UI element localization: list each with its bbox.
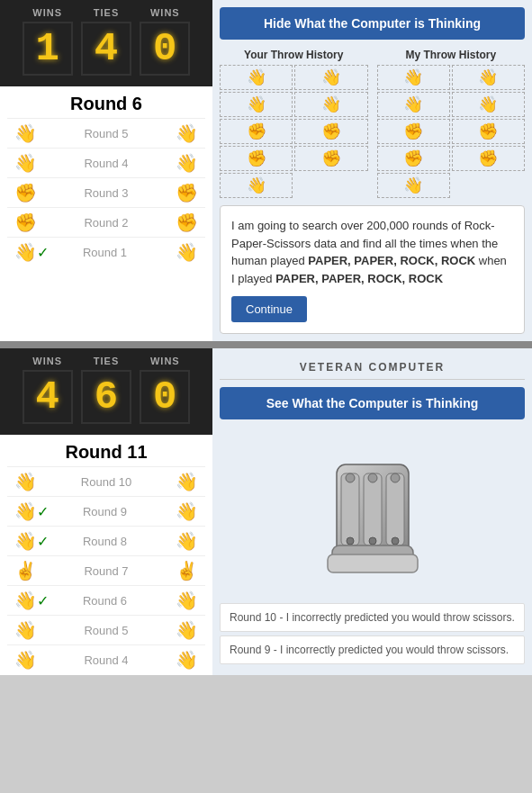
right-throw-icon: 👋: [176, 530, 198, 552]
round-row: 👋 Round 10 👋: [7, 466, 205, 496]
ties-block: TIES 4: [77, 7, 135, 79]
my-throw-2: 👋: [452, 65, 525, 90]
round-row: 👋 ✓ Round 8 👋: [7, 526, 205, 555]
my-throw-4: 👋: [452, 92, 525, 117]
prediction-item-1: Round 10 - I incorrectly predicted you w…: [220, 603, 525, 632]
left-win-check: ✓: [37, 503, 49, 520]
your-throw-6: ✊: [294, 119, 367, 144]
panel-separator: [0, 341, 532, 348]
top-scoreboard: WINS 1 TIES 4 WINS 0: [0, 0, 212, 86]
bottom-computer-wins-block: WINS 0: [136, 356, 194, 428]
left-win-check: ✓: [37, 592, 49, 609]
left-throw-icon: 👋: [14, 649, 37, 671]
svg-point-4: [346, 473, 355, 482]
round-label: Round 2: [51, 216, 161, 230]
my-throw-history-grid: 👋 👋 👋 👋 ✊ ✊ ✊ ✊ 👋: [377, 65, 526, 198]
my-throw-history-title: My Throw History: [377, 49, 526, 61]
prediction-item-2: Round 9 - I incorrectly predicted you wo…: [220, 635, 525, 664]
bottom-ties-label: TIES: [77, 356, 135, 366]
svg-rect-3: [386, 473, 404, 545]
right-throw-icon: ✊: [176, 212, 198, 233]
round-label: Round 3: [51, 186, 161, 200]
left-throw-icon: 👋: [14, 471, 37, 492]
svg-rect-2: [364, 473, 382, 545]
your-throw-history-title: Your Throw History: [220, 49, 368, 61]
left-throw-icon: 👋: [14, 152, 37, 174]
round-label: Round 5: [51, 127, 161, 140]
continue-button[interactable]: Continue: [231, 296, 307, 322]
your-throw-4: 👋: [294, 92, 367, 117]
top-right-section: Hide What the Computer is Thinking Your …: [212, 0, 532, 341]
round-label: Round 9: [49, 505, 161, 518]
bottom-left-section: WINS 4 TIES 6 WINS 0 Round 11 👋: [0, 348, 212, 675]
top-panel: WINS 1 TIES 4 WINS 0 Round 6 👋: [0, 0, 532, 341]
left-throw-icon: 👋: [14, 122, 37, 144]
bottom-ties-digit: 6: [81, 370, 131, 424]
my-throw-8: ✊: [452, 146, 525, 171]
your-throw-history-col: Your Throw History 👋 👋 👋 👋 ✊ ✊ ✊ ✊ 👋: [220, 49, 368, 198]
round-label: Round 10: [51, 475, 161, 489]
player-wins-digit: 1: [23, 22, 73, 76]
bottom-computer-wins-label: WINS: [136, 356, 194, 366]
bottom-ties-block: TIES 6: [77, 356, 135, 428]
top-left-section: WINS 1 TIES 4 WINS 0 Round 6 👋: [0, 0, 212, 341]
my-throw-1: 👋: [377, 65, 450, 90]
throw-history-container: Your Throw History 👋 👋 👋 👋 ✊ ✊ ✊ ✊ 👋 My …: [220, 49, 525, 198]
thinking-played: PAPER, PAPER, ROCK, ROCK: [275, 272, 443, 285]
ties-digit: 4: [81, 22, 131, 76]
bottom-panel: WINS 4 TIES 6 WINS 0 Round 11 👋: [0, 348, 532, 675]
my-throw-3: 👋: [377, 92, 450, 117]
left-throw-icon: 👋: [14, 619, 37, 641]
top-round-list: 👋 Round 5 👋 👋 Round 4 👋 ✊ Round 3 ✊ ✊ Ro…: [0, 118, 212, 266]
round-row: ✌ Round 7 ✌: [7, 555, 205, 585]
svg-point-9: [392, 537, 399, 545]
right-throw-icon: 👋: [176, 471, 198, 492]
your-throw-9: 👋: [220, 173, 293, 198]
my-throw-5: ✊: [377, 119, 450, 144]
your-throw-7: ✊: [220, 146, 293, 171]
round-row: 👋 Round 5 👋: [7, 615, 205, 644]
round-row: 👋 Round 5 👋: [7, 118, 205, 148]
right-throw-icon: ✊: [176, 182, 198, 203]
bottom-round-list: 👋 Round 10 👋 👋 ✓ Round 9 👋 👋 ✓ Round 8 👋…: [0, 466, 212, 674]
right-throw-icon: ✌: [176, 560, 198, 581]
round-label: Round 7: [51, 564, 161, 578]
right-throw-icon: 👋: [176, 152, 198, 174]
your-throw-history-grid: 👋 👋 👋 👋 ✊ ✊ ✊ ✊ 👋: [220, 65, 368, 198]
my-throw-9: 👋: [377, 173, 450, 198]
see-thinking-button[interactable]: See What the Computer is Thinking: [220, 387, 525, 419]
your-throw-2: 👋: [294, 65, 367, 90]
robot-container: [220, 428, 525, 594]
round-row: 👋 ✓ Round 6 👋: [7, 585, 205, 615]
left-throw-icon: ✊: [14, 212, 37, 233]
round-label: Round 4: [51, 157, 161, 170]
right-throw-icon: 👋: [176, 122, 198, 144]
your-throw-8: ✊: [294, 146, 367, 171]
left-throw-icon: 👋: [14, 530, 37, 552]
svg-point-6: [391, 473, 400, 482]
thinking-sequence: PAPER, PAPER, ROCK, ROCK: [308, 254, 475, 267]
computer-wins-block: WINS 0: [136, 7, 194, 79]
computer-wins-label: WINS: [136, 7, 194, 18]
round-row: ✊ Round 3 ✊: [7, 177, 205, 207]
my-throw-history-col: My Throw History 👋 👋 👋 👋 ✊ ✊ ✊ ✊ 👋: [377, 49, 526, 198]
prediction-log: Round 10 - I incorrectly predicted you w…: [220, 603, 525, 664]
bottom-right-section: VETERAN COMPUTER See What the Computer i…: [212, 348, 532, 675]
svg-point-7: [347, 537, 354, 545]
round-label: Round 8: [49, 535, 161, 548]
left-throw-icon: 👋: [14, 590, 37, 611]
svg-rect-1: [341, 473, 359, 545]
left-throw-icon: ✊: [14, 182, 37, 203]
round-row: 👋 Round 4 👋: [7, 148, 205, 177]
bottom-computer-wins-digit: 0: [140, 370, 190, 424]
hide-thinking-button[interactable]: Hide What the Computer is Thinking: [220, 7, 525, 40]
robot-arm-svg: [283, 437, 463, 581]
computer-wins-digit: 0: [140, 22, 190, 76]
round-row: 👋 ✓ Round 1 👋: [7, 237, 205, 266]
bottom-scoreboard: WINS 4 TIES 6 WINS 0: [0, 348, 212, 435]
player-wins-label: WINS: [18, 7, 77, 18]
svg-point-8: [369, 537, 376, 545]
bottom-player-wins-label: WINS: [18, 356, 77, 366]
round-label: Round 1: [49, 246, 161, 259]
bottom-player-wins-digit: 4: [23, 370, 73, 424]
